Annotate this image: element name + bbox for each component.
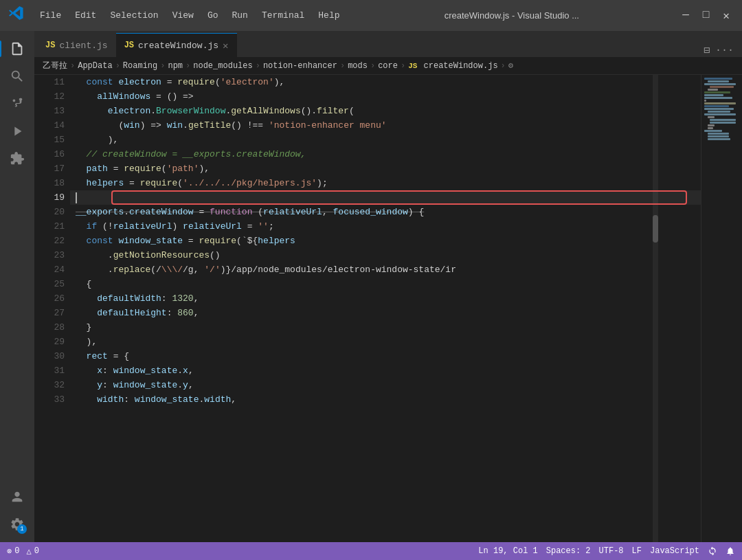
minimap-line bbox=[708, 124, 715, 126]
status-errors[interactable]: ⊗ 0 △ 0 bbox=[7, 546, 39, 557]
code-line-22: const window_state = require(`${helpers bbox=[70, 234, 701, 248]
code-line-25: { bbox=[70, 277, 701, 291]
line-num-13: 13 bbox=[34, 104, 65, 118]
minimap-line bbox=[710, 119, 736, 121]
minimap-line bbox=[708, 138, 730, 140]
scrollbar-thumb[interactable] bbox=[653, 215, 658, 243]
line-num-24: 24 bbox=[34, 262, 65, 277]
status-spaces[interactable]: Spaces: 2 bbox=[546, 546, 591, 556]
vertical-scrollbar[interactable] bbox=[653, 75, 658, 542]
more-actions-icon[interactable]: ··· bbox=[715, 45, 734, 56]
line-num-21: 21 bbox=[34, 219, 65, 234]
code-line-29: ), bbox=[70, 335, 701, 349]
minimize-button[interactable]: — bbox=[678, 8, 693, 24]
menu-terminal[interactable]: Terminal bbox=[256, 8, 310, 23]
code-line-16: // createWindow = __exports.createWindow… bbox=[70, 147, 701, 161]
close-button[interactable]: ✕ bbox=[719, 8, 734, 24]
line-num-31: 31 bbox=[34, 363, 65, 378]
code-line-20: __exports.createWindow = function (relat… bbox=[70, 205, 701, 219]
minimap-line bbox=[704, 94, 723, 96]
activity-bar: 1 bbox=[0, 31, 34, 542]
menu-file[interactable]: File bbox=[34, 8, 67, 23]
status-language[interactable]: JavaScript bbox=[650, 546, 699, 556]
settings-icon[interactable]: 1 bbox=[5, 512, 30, 537]
tab-js-icon-active: JS bbox=[124, 41, 134, 50]
status-sync-icon[interactable] bbox=[708, 546, 717, 556]
minimap-line bbox=[704, 97, 732, 99]
breadcrumb-npm[interactable]: npm bbox=[168, 61, 183, 71]
breadcrumb-roaming[interactable]: Roaming bbox=[123, 61, 157, 71]
code-line-28: } bbox=[70, 320, 701, 335]
breadcrumb-file[interactable]: JS createWindow.js bbox=[408, 61, 497, 71]
code-line-15: ), bbox=[70, 133, 701, 147]
tab-client-js[interactable]: JS client.js bbox=[37, 33, 116, 57]
code-line-18: helpers = require('../../../pkg/helpers.… bbox=[70, 176, 701, 190]
menu-view[interactable]: View bbox=[167, 8, 199, 23]
minimap-line bbox=[704, 91, 730, 93]
menu-selection[interactable]: Selection bbox=[104, 8, 164, 23]
code-line-26: defaultWidth: 1320, bbox=[70, 291, 701, 306]
line-num-28: 28 bbox=[34, 320, 65, 335]
window-controls: — □ ✕ bbox=[678, 8, 734, 24]
line-num-22: 22 bbox=[34, 234, 65, 248]
status-encoding[interactable]: UTF-8 bbox=[599, 546, 624, 556]
menu-run[interactable]: Run bbox=[226, 8, 253, 23]
run-debug-icon[interactable] bbox=[5, 119, 30, 144]
code-editor[interactable]: 11 12 13 14 15 16 17 18 19 20 21 22 23 2… bbox=[34, 75, 742, 542]
menu-bar: File Edit Selection View Go Run Terminal… bbox=[34, 8, 346, 23]
line-num-17: 17 bbox=[34, 161, 65, 176]
minimap-line bbox=[704, 102, 736, 104]
code-line-19[interactable] bbox=[70, 190, 701, 205]
code-line-14: (win) => win.getTitle() !== 'notion-enha… bbox=[70, 118, 701, 133]
line-num-25: 25 bbox=[34, 277, 65, 291]
line-num-18: 18 bbox=[34, 176, 65, 190]
breadcrumb-appdata[interactable]: AppData bbox=[78, 61, 112, 71]
menu-go[interactable]: Go bbox=[202, 8, 224, 23]
menu-help[interactable]: Help bbox=[313, 8, 345, 23]
code-lines: const electron = require('electron'), al… bbox=[70, 75, 701, 407]
status-bell-icon[interactable] bbox=[726, 546, 735, 556]
tab-close-button[interactable]: ✕ bbox=[223, 40, 228, 52]
files-icon[interactable] bbox=[5, 36, 30, 61]
line-num-16: 16 bbox=[34, 147, 65, 161]
search-icon[interactable] bbox=[5, 64, 30, 89]
warning-icon: △ bbox=[26, 546, 31, 557]
split-editor-icon[interactable]: ⊟ bbox=[704, 44, 710, 57]
minimap-line bbox=[710, 122, 736, 124]
line-num-12: 12 bbox=[34, 89, 65, 104]
line-num-27: 27 bbox=[34, 306, 65, 320]
code-line-32: y: window_state.y, bbox=[70, 378, 701, 392]
breadcrumb-mods[interactable]: mods bbox=[348, 61, 368, 71]
account-icon[interactable] bbox=[5, 484, 30, 509]
line-num-26: 26 bbox=[34, 291, 65, 306]
source-control-icon[interactable] bbox=[5, 91, 30, 116]
extensions-icon[interactable] bbox=[5, 146, 30, 171]
breadcrumb-settings-icon: ⚙ bbox=[508, 60, 513, 71]
status-eol[interactable]: LF bbox=[632, 546, 642, 556]
status-bar: ⊗ 0 △ 0 Ln 19, Col 1 Spaces: 2 UTF-8 LF … bbox=[0, 542, 742, 560]
breadcrumb-notion-enhancer[interactable]: notion-enhancer bbox=[263, 61, 337, 71]
code-content: const electron = require('electron'), al… bbox=[70, 75, 701, 542]
menu-edit[interactable]: Edit bbox=[69, 8, 102, 23]
code-line-27: defaultHeight: 860, bbox=[70, 306, 701, 320]
minimap-line bbox=[708, 127, 713, 129]
breadcrumb-root[interactable]: 乙哥拉 bbox=[43, 60, 67, 71]
maximize-button[interactable]: □ bbox=[699, 8, 714, 24]
line-num-32: 32 bbox=[34, 378, 65, 392]
minimap-line bbox=[704, 108, 734, 110]
text-cursor bbox=[76, 192, 77, 203]
code-line-31: x: window_state.x, bbox=[70, 363, 701, 378]
breadcrumb-core[interactable]: core bbox=[378, 61, 398, 71]
minimap-line bbox=[708, 133, 729, 135]
line-num-14: 14 bbox=[34, 118, 65, 133]
code-line-23: .getNotionResources() bbox=[70, 248, 701, 262]
status-position[interactable]: Ln 19, Col 1 bbox=[478, 546, 537, 556]
code-line-12: allWindows = () => bbox=[70, 89, 701, 104]
breadcrumb-node-modules[interactable]: node_modules bbox=[193, 61, 252, 71]
minimap-line bbox=[708, 116, 715, 118]
window-title: createWindow.js - Visual Studio ... bbox=[357, 10, 668, 21]
tab-createwindow-js[interactable]: JS createWindow.js ✕ bbox=[116, 33, 237, 57]
line-num-33: 33 bbox=[34, 392, 65, 407]
minimap-line bbox=[704, 130, 722, 132]
code-line-21: if (!relativeUrl) relativeUrl = ''; bbox=[70, 219, 701, 234]
